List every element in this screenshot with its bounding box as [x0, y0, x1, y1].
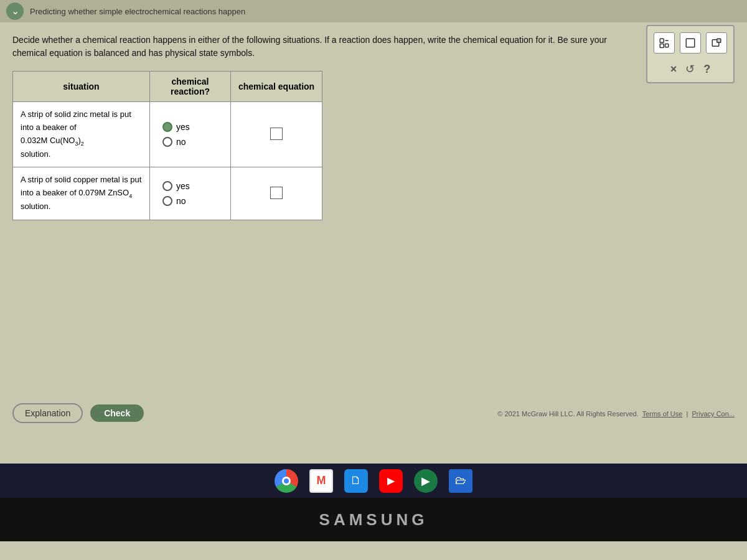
yes-radio-label-1[interactable]: yes: [162, 122, 190, 132]
equation-cell-2[interactable]: [231, 167, 322, 220]
no-label-1: no: [176, 137, 186, 147]
toolbar-row-1: [654, 32, 727, 54]
col-header-reaction: chemical reaction?: [150, 72, 231, 102]
folder-icon[interactable]: 🗁: [449, 469, 472, 493]
files-icon[interactable]: 🗋: [344, 469, 368, 493]
svg-rect-0: [660, 39, 664, 42]
banner-text: Predicting whether simple electrochemica…: [30, 7, 245, 16]
top-banner: ⌄ Predicting whether simple electrochemi…: [0, 0, 747, 22]
yes-radio-1[interactable]: [162, 122, 172, 132]
radio-group-2: yes no: [157, 181, 223, 206]
copyright-area: © 2021 McGraw Hill LLC. All Rights Reser…: [497, 408, 735, 418]
svg-rect-4: [686, 39, 695, 47]
format-btn-3[interactable]: [706, 32, 727, 54]
yes-label-1: yes: [176, 122, 190, 132]
toolbar-panel: × ↺ ?: [646, 25, 735, 83]
instruction-line1: Decide whether a chemical reaction happe…: [12, 35, 607, 45]
chrome-icon[interactable]: [275, 469, 298, 493]
explanation-button[interactable]: Explanation: [12, 403, 83, 423]
main-content: Decide whether a chemical reaction happe…: [0, 22, 747, 226]
instruction-line2: chemical equation is balanced and has ph…: [12, 48, 255, 58]
undo-button[interactable]: ↺: [685, 62, 695, 76]
table-row: A strip of solid zinc metal is put into …: [13, 102, 322, 167]
copyright-text: © 2021 McGraw Hill LLC. All Rights Reser…: [497, 410, 735, 418]
question-table: situation chemical reaction? chemical eq…: [12, 71, 322, 220]
play-icon[interactable]: ▶: [414, 469, 438, 493]
svg-rect-2: [665, 44, 669, 47]
format-btn-2[interactable]: [680, 32, 701, 54]
no-label-2: no: [176, 196, 186, 206]
yes-radio-label-2[interactable]: yes: [162, 181, 190, 191]
samsung-logo: SAMSUNG: [319, 510, 428, 530]
toolbar-row-2: × ↺ ?: [670, 62, 711, 76]
question-table-wrapper: situation chemical reaction? chemical eq…: [12, 71, 322, 220]
svg-rect-3: [660, 44, 664, 48]
gmail-icon[interactable]: M: [309, 469, 333, 493]
reaction-cell-1: yes no: [150, 102, 231, 167]
bottom-bar: Explanation Check © 2021 McGraw Hill LLC…: [0, 397, 747, 429]
yes-radio-2[interactable]: [162, 181, 172, 191]
no-radio-label-2[interactable]: no: [162, 196, 186, 206]
chevron-down-icon[interactable]: ⌄: [6, 2, 24, 20]
situation-text-1: A strip of solid zinc metal is put into …: [21, 108, 142, 161]
situation-text-2: A strip of solid copper metal is put int…: [21, 174, 142, 213]
col-header-equation: chemical equation: [231, 72, 322, 102]
no-radio-2[interactable]: [162, 196, 172, 206]
equation-input-1[interactable]: [270, 128, 283, 140]
youtube-icon[interactable]: ▶: [379, 469, 403, 493]
check-button[interactable]: Check: [90, 404, 144, 422]
taskbar: M 🗋 ▶ ▶ 🗁: [0, 464, 747, 498]
close-button[interactable]: ×: [670, 63, 677, 76]
situation-cell-2: A strip of solid copper metal is put int…: [13, 167, 150, 220]
situation-cell-1: A strip of solid zinc metal is put into …: [13, 102, 150, 167]
samsung-bar: SAMSUNG: [0, 498, 747, 541]
bottom-left-actions: Explanation Check: [12, 403, 144, 423]
radio-group-1: yes no: [157, 122, 223, 147]
equation-cell-1[interactable]: [231, 102, 322, 167]
no-radio-1[interactable]: [162, 137, 172, 147]
help-button[interactable]: ?: [703, 63, 710, 76]
reaction-cell-2: yes no: [150, 167, 231, 220]
yes-label-2: yes: [176, 181, 190, 191]
instructions: Decide whether a chemical reaction happe…: [12, 34, 735, 60]
svg-rect-6: [717, 39, 721, 42]
no-radio-label-1[interactable]: no: [162, 137, 186, 147]
table-row: A strip of solid copper metal is put int…: [13, 167, 322, 220]
col-header-situation: situation: [13, 72, 150, 102]
format-btn-1[interactable]: [654, 32, 675, 54]
equation-input-2[interactable]: [270, 187, 283, 199]
